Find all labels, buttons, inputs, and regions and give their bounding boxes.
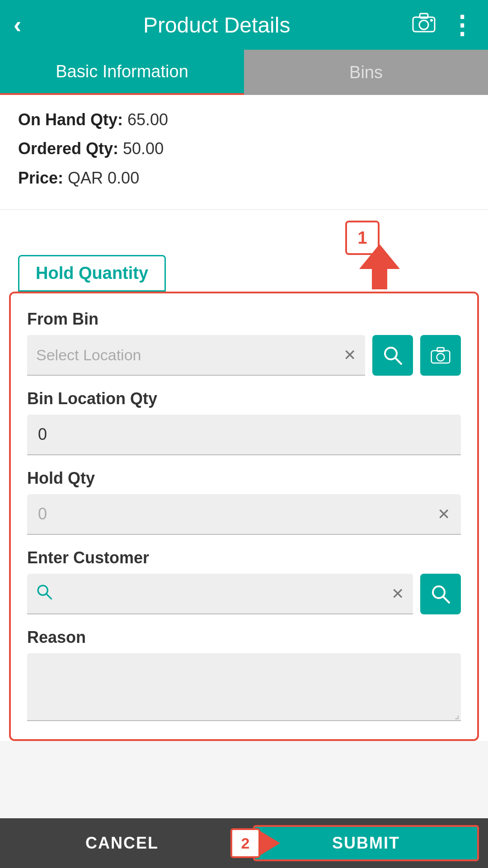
customer-input[interactable]: ✕ xyxy=(27,574,413,614)
customer-row: ✕ xyxy=(27,574,461,614)
location-camera-button[interactable] xyxy=(420,335,461,376)
customer-search-icon xyxy=(36,584,52,604)
product-info: On Hand Qty: 65.00 Ordered Qty: 50.00 Pr… xyxy=(0,95,488,210)
svg-point-3 xyxy=(430,19,433,22)
camera-icon[interactable] xyxy=(412,13,436,37)
svg-marker-4 xyxy=(359,244,400,289)
annotation-2-arrow xyxy=(259,830,280,856)
from-bin-row: Select Location ✕ xyxy=(27,335,461,376)
hold-qty-value: 0 xyxy=(38,505,47,524)
tab-bar: Basic Information Bins xyxy=(0,50,488,95)
reason-wrapper: ⌟ xyxy=(27,653,461,723)
svg-point-1 xyxy=(419,20,428,29)
page-title: Product Details xyxy=(21,13,412,38)
tab-basic-information[interactable]: Basic Information xyxy=(0,50,244,95)
bottom-bar: CANCEL 2 SUBMIT xyxy=(0,818,488,868)
more-options-icon[interactable]: ⋮ xyxy=(449,10,474,40)
resize-handle: ⌟ xyxy=(455,709,459,721)
bin-location-qty-display: 0 xyxy=(27,415,461,455)
svg-line-13 xyxy=(443,597,449,603)
hold-qty-input[interactable]: 0 ✕ xyxy=(27,494,461,535)
hold-quantity-tab[interactable]: Hold Quantity xyxy=(18,255,166,292)
hold-qty-label: Hold Qty xyxy=(27,469,461,488)
submit-area: 2 SUBMIT xyxy=(244,818,488,868)
location-clear-button[interactable]: ✕ xyxy=(343,346,356,364)
header-icons: ⋮ xyxy=(412,10,474,40)
cancel-button[interactable]: CANCEL xyxy=(0,818,244,868)
svg-line-6 xyxy=(395,358,401,364)
enter-customer-label: Enter Customer xyxy=(27,548,461,567)
hold-quantity-form: From Bin Select Location ✕ Bin xyxy=(9,292,479,741)
customer-clear-button[interactable]: ✕ xyxy=(391,585,404,603)
submit-button[interactable]: SUBMIT xyxy=(253,825,479,861)
bin-location-qty-label: Bin Location Qty xyxy=(27,389,461,408)
from-bin-label: From Bin xyxy=(27,310,461,329)
back-button[interactable]: ‹ xyxy=(14,13,21,37)
on-hand-qty-row: On Hand Qty: 65.00 xyxy=(18,108,470,131)
location-search-button[interactable] xyxy=(372,335,413,376)
reason-textarea[interactable] xyxy=(27,653,461,721)
reason-label: Reason xyxy=(27,628,461,647)
location-input[interactable]: Select Location ✕ xyxy=(27,335,365,376)
app-header: ‹ Product Details ⋮ xyxy=(0,0,488,50)
annotation-1-arrow xyxy=(359,244,400,289)
annotation-2-box: 2 xyxy=(230,828,260,858)
svg-line-11 xyxy=(47,594,52,599)
svg-rect-2 xyxy=(420,14,428,18)
ordered-qty-row: Ordered Qty: 50.00 xyxy=(18,137,470,160)
price-row: Price: QAR 0.00 xyxy=(18,167,470,189)
location-placeholder: Select Location xyxy=(36,346,141,364)
svg-point-8 xyxy=(437,354,445,361)
customer-search-button[interactable] xyxy=(420,574,461,614)
hold-qty-clear-button[interactable]: ✕ xyxy=(437,505,450,523)
hold-quantity-section: 1 Hold Quantity From Bin Select Location… xyxy=(0,210,488,741)
tab-bins[interactable]: Bins xyxy=(244,50,488,95)
